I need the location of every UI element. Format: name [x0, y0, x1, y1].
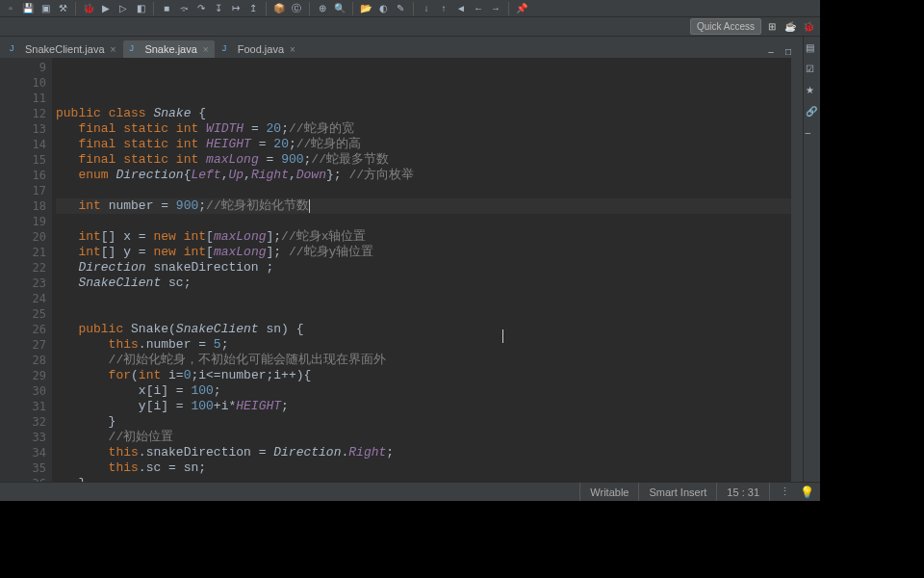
editor-tab[interactable]: JFood.java× [217, 40, 301, 58]
save-icon[interactable]: 💾 [21, 2, 35, 15]
code-line[interactable]: Direction snakeDirection ; [56, 260, 791, 276]
close-icon[interactable]: × [290, 44, 295, 55]
line-number: 36 [0, 476, 46, 482]
code-line[interactable]: public class Snake { [56, 106, 791, 121]
code-line[interactable]: final static int maxLong = 900;//蛇最多节数 [56, 152, 791, 168]
java-perspective-icon[interactable]: ☕ [783, 19, 798, 35]
code-line[interactable]: this.snakeDirection = Direction.Right; [56, 445, 791, 460]
ide-window: ▫ 💾 ▣ ⚒ 🐞 ▶ ▷ ◧ ■ ⤼ ↷ ↧ ↦ ↥ 📦 Ⓒ ⊕ 🔍 📂 ◐ … [0, 0, 820, 501]
java-file-icon: J [129, 43, 141, 55]
editor-area: JSnakeClient.java×JSnake.java×JFood.java… [0, 37, 820, 482]
coverage-icon[interactable]: ◧ [134, 2, 147, 15]
line-number: 9 [0, 60, 46, 75]
code-line[interactable] [56, 291, 791, 306]
code-line[interactable]: SnakeClient sc; [56, 276, 791, 291]
new-class-icon[interactable]: Ⓒ [290, 2, 303, 15]
minimize-view-icon[interactable]: – [806, 127, 819, 141]
status-bar: Writable Smart Insert 15 : 31 ⋮ 💡 [0, 482, 820, 501]
code-line[interactable] [56, 183, 791, 198]
resume-icon[interactable]: ↷ [194, 2, 208, 15]
code-line[interactable]: int[] x = new int[maxLong];//蛇身x轴位置 [56, 229, 791, 245]
tip-bulb-icon[interactable]: 💡 [800, 486, 820, 499]
code-line[interactable]: public Snake(SnakeClient sn) { [56, 322, 791, 337]
save-all-icon[interactable]: ▣ [38, 2, 52, 15]
new-icon[interactable]: ▫ [4, 2, 17, 15]
code-line[interactable]: x[i] = 100; [56, 383, 791, 399]
code-line[interactable]: } [56, 476, 791, 482]
link-icon[interactable]: 🔗 [806, 106, 819, 119]
code-line[interactable]: } [56, 414, 791, 430]
step-into-icon[interactable]: ↧ [212, 2, 225, 15]
code-line[interactable]: this.number = 5; [56, 337, 791, 353]
perspective-bar: Quick Access ⊞ ☕ 🐞 [0, 17, 820, 37]
editor-tab[interactable]: JSnake.java× [123, 40, 214, 58]
code-line[interactable]: y[i] = 100+i*HEIGHT; [56, 399, 791, 414]
close-icon[interactable]: × [111, 44, 116, 55]
stop-icon[interactable]: ■ [160, 2, 173, 15]
java-file-icon: J [222, 43, 234, 55]
build-icon[interactable]: ⚒ [56, 2, 69, 15]
close-icon[interactable]: × [203, 44, 209, 55]
line-number-gutter: 9101112131415161718192021222324252627282… [0, 58, 52, 482]
tab-label: Food.java [238, 43, 284, 55]
search-icon[interactable]: 🔍 [333, 2, 346, 15]
debug-perspective-icon[interactable]: 🐞 [801, 19, 816, 35]
new-package-icon[interactable]: 📦 [272, 2, 286, 15]
line-number: 31 [0, 399, 46, 414]
code-line[interactable]: //初始化蛇身，不初始化可能会随机出现在界面外 [56, 353, 791, 368]
next-annotation-icon[interactable]: ↓ [420, 2, 433, 15]
open-task-icon[interactable]: 📂 [359, 2, 372, 15]
back-icon[interactable]: ← [472, 2, 485, 15]
pin-icon[interactable]: 📌 [515, 2, 528, 15]
line-number: 20 [0, 229, 46, 245]
quick-access-field[interactable]: Quick Access [690, 18, 761, 35]
line-number: 30 [0, 383, 46, 399]
editor-body: 9101112131415161718192021222324252627282… [0, 58, 803, 482]
annotation-icon[interactable]: ✎ [394, 2, 407, 15]
last-edit-icon[interactable]: ◄ [454, 2, 468, 15]
status-overflow[interactable]: ⋮ [769, 483, 800, 501]
editor-panel: JSnakeClient.java×JSnake.java×JFood.java… [0, 37, 803, 482]
vertical-scrollbar[interactable] [791, 58, 803, 482]
bookmark-icon[interactable]: ★ [806, 85, 819, 98]
tab-label: SnakeClient.java [25, 43, 105, 55]
code-line[interactable]: final static int HEIGHT = 20;//蛇身的高 [56, 137, 791, 152]
text-cursor [502, 329, 503, 343]
status-writable: Writable [579, 483, 638, 501]
run-last-icon[interactable]: ▷ [116, 2, 130, 15]
step-return-icon[interactable]: ↥ [246, 2, 260, 15]
open-perspective-icon[interactable]: ⊞ [764, 19, 780, 35]
code-line[interactable]: this.sc = sn; [56, 460, 791, 476]
run-icon[interactable]: ▶ [99, 2, 113, 15]
minimize-icon[interactable]: – [764, 44, 778, 58]
forward-icon[interactable]: → [489, 2, 502, 15]
code-area[interactable]: public class Snake { final static int WI… [52, 58, 791, 482]
code-line[interactable]: int number = 900;//蛇身初始化节数 [56, 198, 791, 214]
step-over-icon[interactable]: ↦ [229, 2, 243, 15]
status-cursor-pos: 15 : 31 [716, 483, 769, 501]
code-line[interactable] [56, 306, 791, 322]
editor-tab[interactable]: JSnakeClient.java× [4, 40, 121, 58]
code-line[interactable]: final static int WIDTH = 20;//蛇身的宽 [56, 121, 791, 137]
maximize-icon[interactable]: □ [782, 44, 795, 58]
status-insert: Smart Insert [638, 483, 716, 501]
line-number: 13 [0, 121, 46, 137]
open-type-icon[interactable]: ⊕ [316, 2, 329, 15]
code-line[interactable]: for(int i=0;i<=number;i++){ [56, 368, 791, 383]
java-file-icon: J [10, 43, 21, 55]
code-line[interactable]: enum Direction{Left,Up,Right,Down}; //方向… [56, 168, 791, 183]
line-number: 35 [0, 460, 46, 476]
line-number: 29 [0, 368, 46, 383]
skip-icon[interactable]: ⤼ [177, 2, 191, 15]
line-number: 21 [0, 245, 46, 260]
task-list-icon[interactable]: ☑ [806, 64, 819, 77]
code-line[interactable]: int[] y = new int[maxLong]; //蛇身y轴位置 [56, 245, 791, 260]
line-number: 26 [0, 322, 46, 337]
prev-annotation-icon[interactable]: ↑ [437, 2, 450, 15]
toggle-icon[interactable]: ◐ [376, 2, 390, 15]
outline-icon[interactable]: ▤ [806, 42, 819, 56]
code-line[interactable]: //初始位置 [56, 430, 791, 445]
debug-icon[interactable]: 🐞 [82, 2, 95, 15]
code-line[interactable] [56, 214, 791, 229]
main-toolbar: ▫ 💾 ▣ ⚒ 🐞 ▶ ▷ ◧ ■ ⤼ ↷ ↧ ↦ ↥ 📦 Ⓒ ⊕ 🔍 📂 ◐ … [0, 0, 820, 17]
